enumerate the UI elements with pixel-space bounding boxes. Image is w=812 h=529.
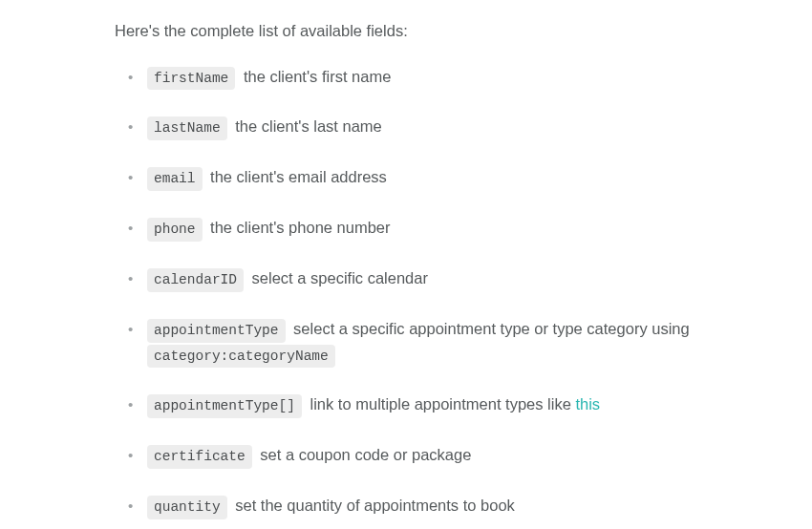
field-desc: select a specific appointment type or ty… [289, 320, 690, 337]
field-code: certificate [147, 445, 252, 469]
field-desc: set a coupon code or package [256, 446, 472, 463]
field-code: phone [147, 218, 203, 242]
list-item: firstName the client's first name [128, 65, 736, 91]
list-item: certificate set a coupon code or package [128, 443, 736, 469]
list-item: appointmentType[] link to multiple appoi… [128, 392, 736, 418]
list-item: appointmentType select a specific appoin… [128, 317, 736, 369]
list-item: lastName the client's last name [128, 115, 736, 140]
field-desc: link to multiple appointment types like [306, 395, 575, 413]
field-code: lastName [147, 116, 227, 140]
field-code: firstName [147, 67, 235, 91]
field-desc: the client's phone number [206, 219, 391, 236]
this-link[interactable]: this [575, 395, 600, 413]
field-desc: the client's first name [239, 68, 391, 85]
field-code: calendarID [147, 268, 244, 292]
field-code: email [147, 167, 203, 191]
list-item: phone the client's phone number [128, 216, 736, 242]
list-item: quantity set the quantity of appointment… [128, 494, 736, 519]
field-desc: set the quantity of appointments to book [231, 497, 515, 514]
field-code: appointmentType[] [147, 394, 302, 418]
field-desc: the client's last name [231, 117, 382, 135]
field-desc: select a specific calendar [247, 269, 428, 286]
field-code-secondary: category:categoryName [147, 345, 335, 369]
intro-text: Here's the complete list of available fi… [115, 19, 736, 44]
field-desc: the client's email address [206, 168, 387, 185]
list-item: calendarID select a specific calendar [128, 266, 736, 292]
field-code: quantity [147, 496, 227, 519]
fields-list: firstName the client's first name lastNa… [115, 65, 736, 529]
list-item: email the client's email address [128, 165, 736, 191]
field-code: appointmentType [147, 319, 286, 343]
